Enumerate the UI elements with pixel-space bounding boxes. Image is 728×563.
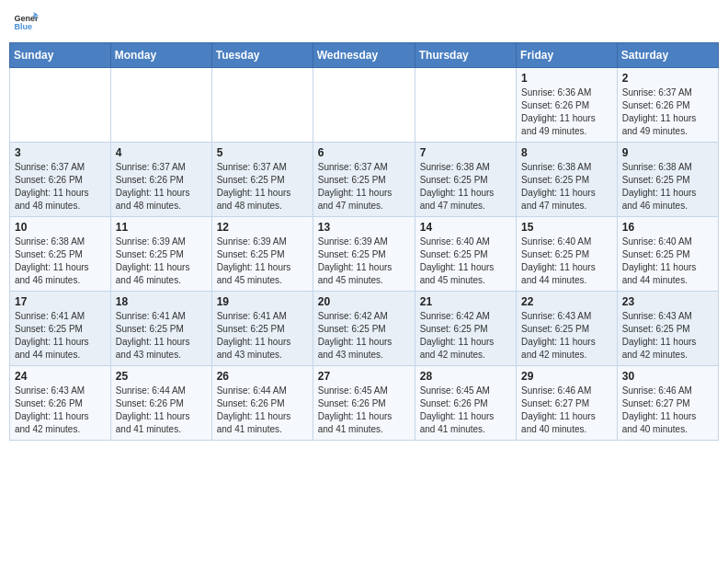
day-number: 24: [15, 370, 106, 383]
calendar-cell: 27Sunrise: 6:45 AM Sunset: 6:26 PM Dayli…: [313, 366, 415, 441]
header-day-sunday: Sunday: [10, 43, 111, 68]
calendar-cell: 17Sunrise: 6:41 AM Sunset: 6:25 PM Dayli…: [10, 292, 111, 366]
header-day-wednesday: Wednesday: [313, 43, 415, 68]
day-info: Sunrise: 6:43 AM Sunset: 6:26 PM Dayligh…: [15, 385, 106, 436]
header-day-tuesday: Tuesday: [211, 43, 313, 68]
calendar-week-2: 3Sunrise: 6:37 AM Sunset: 6:26 PM Daylig…: [10, 143, 719, 217]
day-info: Sunrise: 6:45 AM Sunset: 6:26 PM Dayligh…: [420, 385, 511, 436]
day-number: 27: [318, 370, 410, 383]
day-number: 29: [521, 370, 612, 383]
day-number: 23: [622, 295, 713, 308]
day-info: Sunrise: 6:39 AM Sunset: 6:25 PM Dayligh…: [116, 236, 207, 287]
day-number: 30: [622, 370, 713, 383]
calendar-week-5: 24Sunrise: 6:43 AM Sunset: 6:26 PM Dayli…: [10, 366, 719, 441]
day-info: Sunrise: 6:44 AM Sunset: 6:26 PM Dayligh…: [116, 385, 207, 436]
day-info: Sunrise: 6:37 AM Sunset: 6:25 PM Dayligh…: [217, 161, 308, 213]
day-info: Sunrise: 6:43 AM Sunset: 6:25 PM Dayligh…: [622, 310, 713, 362]
day-number: 15: [521, 221, 612, 234]
day-info: Sunrise: 6:40 AM Sunset: 6:25 PM Dayligh…: [420, 236, 511, 287]
calendar-cell: 13Sunrise: 6:39 AM Sunset: 6:25 PM Dayli…: [313, 217, 415, 292]
day-info: Sunrise: 6:40 AM Sunset: 6:25 PM Dayligh…: [622, 236, 713, 287]
header-day-saturday: Saturday: [617, 43, 718, 68]
calendar-cell: 16Sunrise: 6:40 AM Sunset: 6:25 PM Dayli…: [617, 217, 718, 292]
calendar-cell: 14Sunrise: 6:40 AM Sunset: 6:25 PM Dayli…: [415, 217, 516, 292]
day-number: 18: [116, 295, 207, 308]
calendar-cell: 18Sunrise: 6:41 AM Sunset: 6:25 PM Dayli…: [110, 292, 211, 366]
day-number: 3: [15, 146, 106, 159]
day-info: Sunrise: 6:37 AM Sunset: 6:25 PM Dayligh…: [318, 161, 410, 213]
calendar-cell: [10, 68, 111, 143]
calendar-cell: 26Sunrise: 6:44 AM Sunset: 6:26 PM Dayli…: [211, 366, 313, 441]
day-number: 1: [521, 72, 612, 85]
day-info: Sunrise: 6:39 AM Sunset: 6:25 PM Dayligh…: [217, 236, 308, 287]
day-info: Sunrise: 6:38 AM Sunset: 6:25 PM Dayligh…: [15, 236, 106, 287]
day-info: Sunrise: 6:38 AM Sunset: 6:25 PM Dayligh…: [521, 161, 612, 213]
day-number: 10: [15, 221, 106, 234]
calendar-week-1: 1Sunrise: 6:36 AM Sunset: 6:26 PM Daylig…: [10, 68, 719, 143]
day-number: 17: [15, 295, 106, 308]
calendar-cell: 20Sunrise: 6:42 AM Sunset: 6:25 PM Dayli…: [313, 292, 415, 366]
calendar-table: SundayMondayTuesdayWednesdayThursdayFrid…: [9, 42, 719, 441]
day-number: 20: [318, 295, 410, 308]
day-info: Sunrise: 6:45 AM Sunset: 6:26 PM Dayligh…: [318, 385, 410, 436]
day-number: 9: [622, 146, 713, 159]
calendar-cell: 19Sunrise: 6:41 AM Sunset: 6:25 PM Dayli…: [211, 292, 313, 366]
day-info: Sunrise: 6:37 AM Sunset: 6:26 PM Dayligh…: [15, 161, 106, 213]
calendar-cell: 23Sunrise: 6:43 AM Sunset: 6:25 PM Dayli…: [617, 292, 718, 366]
day-info: Sunrise: 6:36 AM Sunset: 6:26 PM Dayligh…: [521, 86, 612, 138]
calendar-cell: 12Sunrise: 6:39 AM Sunset: 6:25 PM Dayli…: [211, 217, 313, 292]
day-number: 5: [217, 146, 308, 159]
day-info: Sunrise: 6:40 AM Sunset: 6:25 PM Dayligh…: [521, 236, 612, 287]
calendar-cell: 22Sunrise: 6:43 AM Sunset: 6:25 PM Dayli…: [517, 292, 618, 366]
header-day-monday: Monday: [110, 43, 211, 68]
day-number: 8: [521, 146, 612, 159]
calendar-cell: [313, 68, 415, 143]
calendar-cell: 24Sunrise: 6:43 AM Sunset: 6:26 PM Dayli…: [10, 366, 111, 441]
calendar-cell: 8Sunrise: 6:38 AM Sunset: 6:25 PM Daylig…: [517, 143, 618, 217]
day-info: Sunrise: 6:41 AM Sunset: 6:25 PM Dayligh…: [15, 310, 106, 362]
page-header: General Blue: [9, 9, 719, 35]
calendar-cell: [211, 68, 313, 143]
calendar-cell: 7Sunrise: 6:38 AM Sunset: 6:25 PM Daylig…: [415, 143, 516, 217]
day-number: 21: [420, 295, 511, 308]
header-day-friday: Friday: [517, 43, 618, 68]
day-info: Sunrise: 6:39 AM Sunset: 6:25 PM Dayligh…: [318, 236, 410, 287]
day-info: Sunrise: 6:42 AM Sunset: 6:25 PM Dayligh…: [318, 310, 410, 362]
day-info: Sunrise: 6:37 AM Sunset: 6:26 PM Dayligh…: [622, 86, 713, 138]
day-number: 7: [420, 146, 511, 159]
day-number: 16: [622, 221, 713, 234]
calendar-cell: 4Sunrise: 6:37 AM Sunset: 6:26 PM Daylig…: [110, 143, 211, 217]
calendar-cell: 9Sunrise: 6:38 AM Sunset: 6:25 PM Daylig…: [617, 143, 718, 217]
calendar-cell: 11Sunrise: 6:39 AM Sunset: 6:25 PM Dayli…: [110, 217, 211, 292]
day-number: 2: [622, 72, 713, 85]
header-day-thursday: Thursday: [415, 43, 516, 68]
calendar-cell: 30Sunrise: 6:46 AM Sunset: 6:27 PM Dayli…: [617, 366, 718, 441]
day-number: 4: [116, 146, 207, 159]
calendar-cell: [110, 68, 211, 143]
calendar-week-3: 10Sunrise: 6:38 AM Sunset: 6:25 PM Dayli…: [10, 217, 719, 292]
day-number: 26: [217, 370, 308, 383]
calendar-cell: [415, 68, 516, 143]
day-number: 11: [116, 221, 207, 234]
calendar-cell: 21Sunrise: 6:42 AM Sunset: 6:25 PM Dayli…: [415, 292, 516, 366]
day-number: 19: [217, 295, 308, 308]
day-number: 12: [217, 221, 308, 234]
calendar-cell: 3Sunrise: 6:37 AM Sunset: 6:26 PM Daylig…: [10, 143, 111, 217]
calendar-cell: 29Sunrise: 6:46 AM Sunset: 6:27 PM Dayli…: [517, 366, 618, 441]
calendar-cell: 1Sunrise: 6:36 AM Sunset: 6:26 PM Daylig…: [517, 68, 618, 143]
day-number: 14: [420, 221, 511, 234]
calendar-cell: 15Sunrise: 6:40 AM Sunset: 6:25 PM Dayli…: [517, 217, 618, 292]
calendar-week-4: 17Sunrise: 6:41 AM Sunset: 6:25 PM Dayli…: [10, 292, 719, 366]
day-info: Sunrise: 6:46 AM Sunset: 6:27 PM Dayligh…: [622, 385, 713, 436]
logo-icon: General Blue: [13, 9, 39, 35]
day-info: Sunrise: 6:46 AM Sunset: 6:27 PM Dayligh…: [521, 385, 612, 436]
day-info: Sunrise: 6:41 AM Sunset: 6:25 PM Dayligh…: [116, 310, 207, 362]
day-info: Sunrise: 6:43 AM Sunset: 6:25 PM Dayligh…: [521, 310, 612, 362]
day-number: 22: [521, 295, 612, 308]
day-info: Sunrise: 6:38 AM Sunset: 6:25 PM Dayligh…: [622, 161, 713, 213]
day-number: 13: [318, 221, 410, 234]
calendar-header-row: SundayMondayTuesdayWednesdayThursdayFrid…: [10, 43, 719, 68]
svg-text:Blue: Blue: [14, 22, 32, 31]
calendar-cell: 6Sunrise: 6:37 AM Sunset: 6:25 PM Daylig…: [313, 143, 415, 217]
day-info: Sunrise: 6:37 AM Sunset: 6:26 PM Dayligh…: [116, 161, 207, 213]
